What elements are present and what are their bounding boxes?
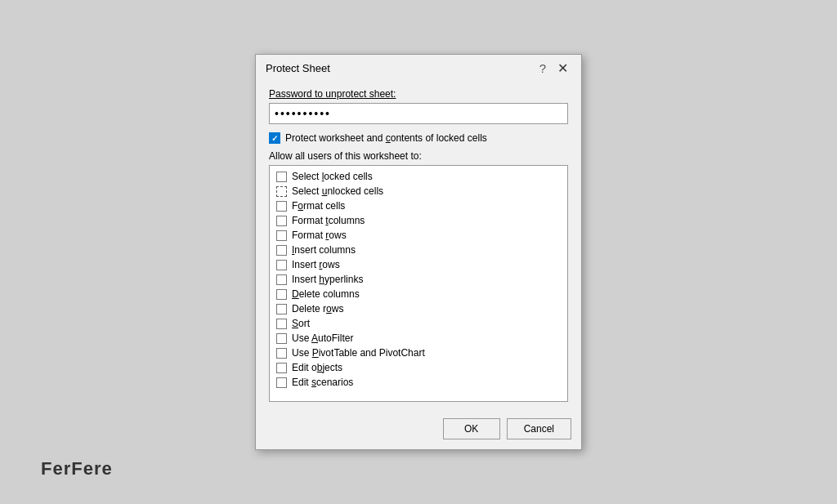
perm-sort[interactable]: Sort [270, 316, 567, 331]
watermark: FerFere [41, 458, 113, 479]
checkbox-insert-rows[interactable] [276, 260, 287, 270]
password-input[interactable] [269, 103, 568, 124]
allow-label: Allow all users of this worksheet to: [269, 150, 568, 162]
protect-worksheet-label: Protect worksheet and contents of locked… [285, 132, 487, 144]
permissions-list: Select locked cells Select unlocked cell… [269, 165, 568, 402]
checkbox-select-locked[interactable] [276, 172, 287, 182]
label-delete-columns: Delete columns [292, 288, 360, 300]
protect-sheet-dialog: Protect Sheet ? ✕ Password to unprotect … [255, 54, 582, 450]
checkbox-edit-objects[interactable] [276, 363, 287, 373]
label-insert-hyperlinks: Insert hyperlinks [292, 274, 363, 285]
label-delete-rows: Delete rows [292, 303, 343, 314]
perm-use-autofilter[interactable]: Use AutoFilter [270, 331, 567, 346]
checkbox-select-unlocked[interactable] [276, 186, 287, 197]
checkbox-insert-hyperlinks[interactable] [276, 274, 287, 285]
label-insert-columns: Insert columns [292, 244, 356, 256]
protect-worksheet-checkbox[interactable] [269, 132, 280, 144]
perm-format-cells[interactable]: Format cells [270, 198, 567, 213]
perm-use-pivottable[interactable]: Use PivotTable and PivotChart [270, 346, 567, 360]
ok-button[interactable]: OK [443, 418, 500, 439]
dialog-title: Protect Sheet [266, 62, 330, 74]
checkbox-sort[interactable] [276, 319, 287, 329]
label-use-autofilter: Use AutoFilter [292, 332, 353, 344]
label-edit-objects: Edit objects [292, 362, 342, 373]
label-format-rows: Format rows [292, 230, 347, 241]
checkbox-use-autofilter[interactable] [276, 333, 287, 344]
perm-insert-columns[interactable]: Insert columns [270, 243, 567, 257]
perm-edit-objects[interactable]: Edit objects [270, 360, 567, 375]
close-button[interactable]: ✕ [554, 62, 571, 75]
checkbox-delete-rows[interactable] [276, 304, 287, 314]
label-format-cells: Format cells [292, 200, 345, 212]
checkbox-edit-scenarios[interactable] [276, 377, 287, 388]
checkbox-delete-columns[interactable] [276, 289, 287, 300]
password-label: Password to unprotect sheet: [269, 88, 568, 100]
dialog-body: Password to unprotect sheet: Protect wor… [256, 80, 581, 412]
titlebar-controls: ? ✕ [535, 61, 571, 75]
checkbox-format-cells[interactable] [276, 201, 287, 212]
label-use-pivottable: Use PivotTable and PivotChart [292, 347, 425, 359]
perm-select-locked[interactable]: Select locked cells [270, 169, 567, 184]
perm-format-columns[interactable]: Format tcolumns [270, 213, 567, 228]
label-sort: Sort [292, 318, 310, 329]
checkbox-format-rows[interactable] [276, 230, 287, 241]
perm-edit-scenarios[interactable]: Edit scenarios [270, 375, 567, 390]
protect-worksheet-row: Protect worksheet and contents of locked… [269, 132, 568, 144]
perm-format-rows[interactable]: Format rows [270, 228, 567, 243]
cancel-button[interactable]: Cancel [507, 418, 571, 439]
checkbox-use-pivottable[interactable] [276, 348, 287, 359]
label-format-columns: Format tcolumns [292, 215, 365, 226]
label-insert-rows: Insert rows [292, 259, 340, 270]
help-button[interactable]: ? [535, 61, 551, 75]
label-select-unlocked: Select unlocked cells [292, 185, 383, 197]
perm-select-unlocked[interactable]: Select unlocked cells [270, 184, 567, 198]
perm-delete-rows[interactable]: Delete rows [270, 301, 567, 316]
perm-insert-hyperlinks[interactable]: Insert hyperlinks [270, 272, 567, 287]
dialog-footer: OK Cancel [256, 412, 581, 449]
perm-delete-columns[interactable]: Delete columns [270, 287, 567, 301]
dialog-titlebar: Protect Sheet ? ✕ [256, 55, 581, 80]
perm-insert-rows[interactable]: Insert rows [270, 257, 567, 272]
label-select-locked: Select locked cells [292, 171, 373, 182]
checkbox-format-columns[interactable] [276, 216, 287, 226]
checkbox-insert-columns[interactable] [276, 245, 287, 256]
label-edit-scenarios: Edit scenarios [292, 377, 353, 388]
